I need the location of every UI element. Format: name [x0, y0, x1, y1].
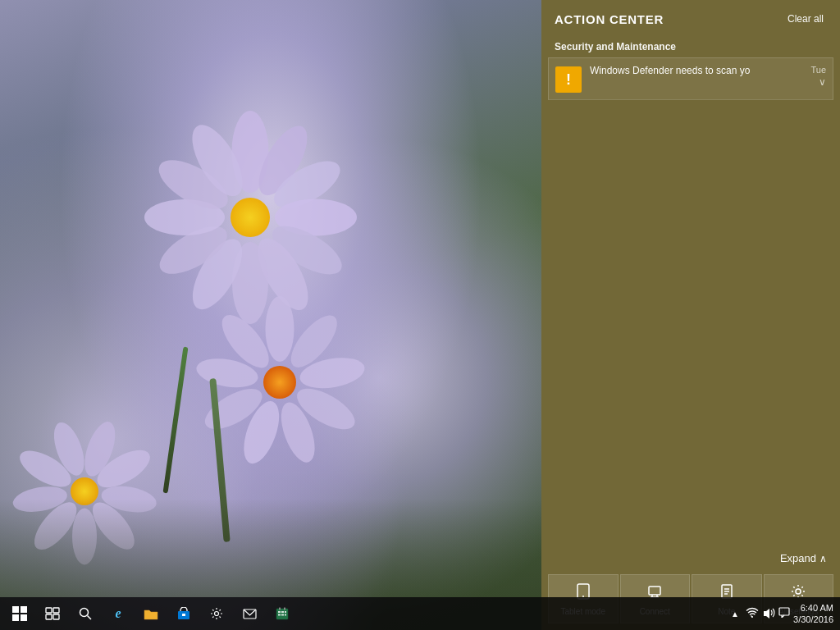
taskbar-right: ▲ — [541, 597, 840, 630]
svg-rect-11 — [12, 606, 19, 613]
system-clock[interactable]: 6:40 AM 3/30/2016 — [793, 602, 833, 626]
chevron-down-icon: ∨ — [819, 76, 826, 88]
svg-point-23 — [215, 612, 219, 616]
action-center-title: ACTION CENTER — [555, 12, 664, 26]
svg-line-20 — [88, 616, 92, 620]
svg-rect-16 — [53, 608, 59, 613]
edge-button[interactable]: e — [102, 597, 135, 630]
warning-icon: ! — [555, 66, 582, 93]
mail-button[interactable] — [233, 597, 266, 630]
store-button[interactable] — [167, 597, 200, 630]
svg-point-19 — [80, 609, 89, 617]
notification-meta: Tue ∨ — [810, 65, 826, 88]
svg-rect-33 — [284, 608, 285, 610]
task-view-button[interactable] — [36, 597, 69, 630]
svg-rect-30 — [281, 614, 284, 616]
network-tray-icon[interactable] — [746, 607, 759, 621]
svg-rect-17 — [46, 614, 52, 619]
taskbar-left: e — [0, 597, 541, 630]
svg-rect-31 — [285, 614, 286, 616]
search-button[interactable] — [69, 597, 102, 630]
action-center-header: ACTION CENTER Clear all — [541, 0, 840, 34]
svg-rect-12 — [21, 606, 27, 613]
svg-rect-26 — [278, 611, 281, 613]
taskbar: e — [0, 597, 840, 630]
notification-item[interactable]: ! Windows Defender needs to scan yo Tue … — [548, 57, 833, 100]
action-center-tray-icon[interactable] — [778, 607, 790, 620]
notification-text: Windows Defender needs to scan yo — [590, 65, 826, 76]
svg-rect-27 — [281, 611, 284, 613]
action-center-panel: ACTION CENTER Clear all Security and Mai… — [541, 0, 840, 630]
volume-tray-icon[interactable] — [762, 607, 775, 621]
expand-button[interactable]: Expand ∧ — [541, 544, 840, 573]
calendar-button[interactable] — [266, 597, 299, 630]
clock-date: 3/30/2016 — [793, 614, 833, 625]
notification-time: Tue — [810, 65, 826, 75]
svg-rect-13 — [12, 614, 19, 621]
svg-point-34 — [751, 616, 753, 618]
settings-taskbar-button[interactable] — [200, 597, 233, 630]
file-explorer-button[interactable] — [135, 597, 167, 630]
desktop-background — [0, 0, 541, 630]
chevron-up-icon: ∧ — [819, 553, 827, 564]
svg-rect-35 — [779, 608, 789, 615]
notifications-spacer — [541, 290, 840, 545]
svg-rect-28 — [285, 611, 286, 613]
svg-rect-2 — [649, 587, 660, 595]
notification-content: Windows Defender needs to scan yo — [590, 65, 826, 76]
svg-rect-18 — [53, 614, 59, 619]
expand-label: Expand — [780, 552, 816, 564]
start-button[interactable] — [3, 597, 36, 630]
svg-rect-15 — [46, 608, 52, 613]
chevron-up-icon: ▲ — [731, 609, 739, 619]
clock-time: 6:40 AM — [793, 602, 833, 614]
svg-rect-32 — [279, 608, 281, 610]
svg-point-10 — [796, 589, 801, 594]
notifications-list: Security and Maintenance ! Windows Defen… — [541, 34, 840, 290]
svg-rect-14 — [21, 614, 27, 621]
notification-group-label: Security and Maintenance — [548, 34, 833, 57]
svg-rect-29 — [278, 614, 281, 616]
tray-overflow-button[interactable]: ▲ — [728, 597, 742, 630]
svg-rect-22 — [182, 614, 185, 616]
clear-all-button[interactable]: Clear all — [784, 11, 827, 26]
